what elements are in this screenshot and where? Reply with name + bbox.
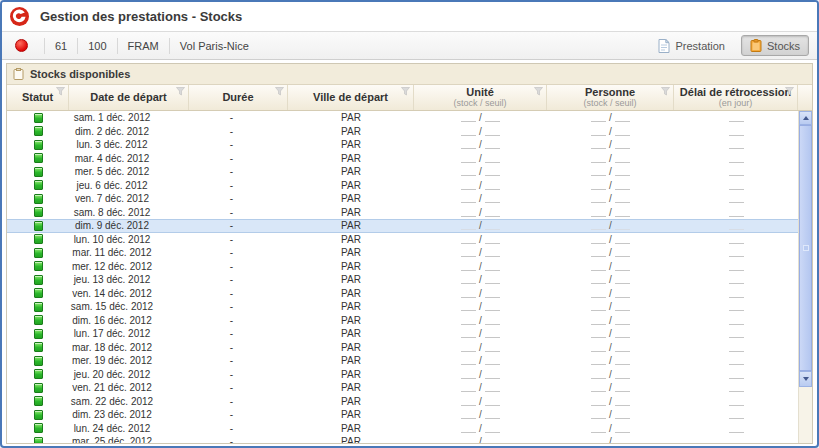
personne-seuil-input[interactable] bbox=[615, 167, 630, 176]
delai-input[interactable] bbox=[729, 235, 744, 244]
delai-input[interactable] bbox=[729, 181, 744, 190]
unite-stock-input[interactable] bbox=[461, 113, 476, 122]
personne-stock-input[interactable] bbox=[591, 262, 606, 271]
delai-input[interactable] bbox=[729, 208, 744, 217]
unite-seuil-input[interactable] bbox=[485, 113, 500, 122]
personne-stock-input[interactable] bbox=[591, 397, 606, 406]
column-header[interactable]: Unité (stock / seuil) bbox=[414, 85, 547, 110]
unite-seuil-input[interactable] bbox=[485, 235, 500, 244]
unite-seuil-input[interactable] bbox=[485, 356, 500, 365]
table-row[interactable]: mer. 12 déc. 2012 - PAR / / bbox=[7, 260, 798, 274]
personne-stock-input[interactable] bbox=[591, 235, 606, 244]
table-row[interactable]: sam. 8 déc. 2012 - PAR / / bbox=[7, 206, 798, 220]
personne-seuil-input[interactable] bbox=[615, 194, 630, 203]
table-row[interactable]: dim. 16 déc. 2012 - PAR / / bbox=[7, 314, 798, 328]
table-row[interactable]: sam. 22 déc. 2012 - PAR / / bbox=[7, 395, 798, 409]
filter-icon[interactable] bbox=[785, 87, 794, 96]
table-row[interactable]: lun. 24 déc. 2012 - PAR / / bbox=[7, 422, 798, 436]
delai-input[interactable] bbox=[729, 329, 744, 338]
unite-stock-input[interactable] bbox=[461, 356, 476, 365]
unite-stock-input[interactable] bbox=[461, 221, 476, 230]
personne-seuil-input[interactable] bbox=[615, 235, 630, 244]
unite-stock-input[interactable] bbox=[461, 167, 476, 176]
personne-seuil-input[interactable] bbox=[615, 437, 630, 443]
personne-seuil-input[interactable] bbox=[615, 424, 630, 433]
filter-icon[interactable] bbox=[661, 87, 670, 96]
personne-stock-input[interactable] bbox=[591, 167, 606, 176]
unite-seuil-input[interactable] bbox=[485, 302, 500, 311]
unite-seuil-input[interactable] bbox=[485, 262, 500, 271]
unite-seuil-input[interactable] bbox=[485, 221, 500, 230]
unite-stock-input[interactable] bbox=[461, 302, 476, 311]
table-row[interactable]: sam. 15 déc. 2012 - PAR / / bbox=[7, 300, 798, 314]
unite-stock-input[interactable] bbox=[461, 410, 476, 419]
delai-input[interactable] bbox=[729, 356, 744, 365]
personne-seuil-input[interactable] bbox=[615, 289, 630, 298]
filter-icon[interactable] bbox=[401, 87, 410, 96]
prestation-button[interactable]: Prestation bbox=[650, 36, 733, 56]
personne-stock-input[interactable] bbox=[591, 275, 606, 284]
delai-input[interactable] bbox=[729, 397, 744, 406]
filter-icon[interactable] bbox=[275, 87, 284, 96]
delai-input[interactable] bbox=[729, 383, 744, 392]
personne-seuil-input[interactable] bbox=[615, 329, 630, 338]
unite-seuil-input[interactable] bbox=[485, 410, 500, 419]
delai-input[interactable] bbox=[729, 424, 744, 433]
unite-seuil-input[interactable] bbox=[485, 154, 500, 163]
personne-seuil-input[interactable] bbox=[615, 262, 630, 271]
column-header[interactable]: Ville de départ bbox=[288, 85, 414, 110]
unite-stock-input[interactable] bbox=[461, 329, 476, 338]
personne-seuil-input[interactable] bbox=[615, 356, 630, 365]
personne-seuil-input[interactable] bbox=[615, 181, 630, 190]
unite-stock-input[interactable] bbox=[461, 383, 476, 392]
unite-seuil-input[interactable] bbox=[485, 275, 500, 284]
unite-stock-input[interactable] bbox=[461, 370, 476, 379]
table-row[interactable]: sam. 1 déc. 2012 - PAR / / bbox=[7, 111, 798, 125]
unite-stock-input[interactable] bbox=[461, 397, 476, 406]
delai-input[interactable] bbox=[729, 140, 744, 149]
unite-seuil-input[interactable] bbox=[485, 397, 500, 406]
personne-seuil-input[interactable] bbox=[615, 248, 630, 257]
personne-stock-input[interactable] bbox=[591, 424, 606, 433]
unite-stock-input[interactable] bbox=[461, 127, 476, 136]
table-row[interactable]: mar. 11 déc. 2012 - PAR / / bbox=[7, 246, 798, 260]
delai-input[interactable] bbox=[729, 127, 744, 136]
table-row[interactable]: lun. 10 déc. 2012 - PAR / / bbox=[7, 233, 798, 247]
personne-stock-input[interactable] bbox=[591, 154, 606, 163]
table-row[interactable]: mar. 25 déc. 2012 - PAR / / bbox=[7, 435, 798, 443]
personne-seuil-input[interactable] bbox=[615, 140, 630, 149]
personne-stock-input[interactable] bbox=[591, 127, 606, 136]
unite-seuil-input[interactable] bbox=[485, 437, 500, 443]
personne-stock-input[interactable] bbox=[591, 370, 606, 379]
table-row[interactable]: jeu. 6 déc. 2012 - PAR / / bbox=[7, 179, 798, 193]
unite-seuil-input[interactable] bbox=[485, 424, 500, 433]
table-row[interactable]: dim. 9 déc. 2012 - PAR / / bbox=[7, 219, 798, 233]
delai-input[interactable] bbox=[729, 221, 744, 230]
table-row[interactable]: lun. 17 déc. 2012 - PAR / / bbox=[7, 327, 798, 341]
personne-stock-input[interactable] bbox=[591, 194, 606, 203]
table-row[interactable]: jeu. 13 déc. 2012 - PAR / / bbox=[7, 273, 798, 287]
filter-icon[interactable] bbox=[534, 87, 543, 96]
personne-stock-input[interactable] bbox=[591, 181, 606, 190]
personne-seuil-input[interactable] bbox=[615, 370, 630, 379]
delai-input[interactable] bbox=[729, 370, 744, 379]
personne-seuil-input[interactable] bbox=[615, 127, 630, 136]
personne-stock-input[interactable] bbox=[591, 316, 606, 325]
column-header[interactable]: Personne (stock / seuil) bbox=[547, 85, 674, 110]
unite-stock-input[interactable] bbox=[461, 424, 476, 433]
unite-stock-input[interactable] bbox=[461, 343, 476, 352]
unite-seuil-input[interactable] bbox=[485, 316, 500, 325]
personne-seuil-input[interactable] bbox=[615, 302, 630, 311]
personne-stock-input[interactable] bbox=[591, 302, 606, 311]
column-header[interactable]: Statut bbox=[7, 85, 69, 110]
unite-stock-input[interactable] bbox=[461, 194, 476, 203]
table-row[interactable]: ven. 7 déc. 2012 - PAR / / bbox=[7, 192, 798, 206]
scroll-down-button[interactable] bbox=[799, 371, 812, 387]
personne-seuil-input[interactable] bbox=[615, 410, 630, 419]
personne-stock-input[interactable] bbox=[591, 410, 606, 419]
table-row[interactable]: lun. 3 déc. 2012 - PAR / / bbox=[7, 138, 798, 152]
personne-stock-input[interactable] bbox=[591, 248, 606, 257]
unite-seuil-input[interactable] bbox=[485, 329, 500, 338]
personne-stock-input[interactable] bbox=[591, 437, 606, 443]
unite-stock-input[interactable] bbox=[461, 208, 476, 217]
